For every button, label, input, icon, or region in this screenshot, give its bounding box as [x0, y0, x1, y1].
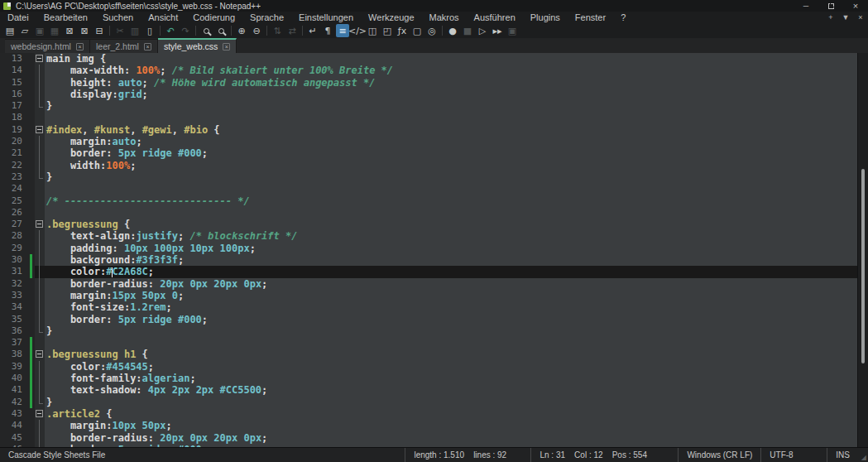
code-line: 39 color:#454545;	[0, 361, 857, 373]
fold-margin	[35, 53, 45, 65]
menu-fenster[interactable]: Fenster	[568, 12, 613, 23]
fold-collapse-icon[interactable]	[36, 55, 43, 62]
code-text: max-width: 100%; /* Bild skaliert unter …	[45, 65, 857, 76]
save-all-icon[interactable]: ▦	[48, 24, 61, 37]
menu-sprache[interactable]: Sprache	[242, 12, 291, 23]
tab-close-icon[interactable]: ×	[144, 43, 151, 51]
line-number: 16	[0, 89, 28, 100]
print-icon[interactable]: ⊟	[93, 24, 106, 37]
minimize-button[interactable]: ─	[794, 0, 818, 12]
change-margin	[28, 290, 35, 301]
tab-leer-2-html[interactable]: leer_2.html×	[90, 39, 158, 53]
menu-einstellungen[interactable]: Einstellungen	[291, 12, 361, 23]
document-switcher-icon[interactable]: ◰	[381, 24, 394, 37]
new-tab-plus-icon[interactable]: +	[823, 13, 838, 22]
indent-guide-icon[interactable]: ≡	[336, 24, 349, 37]
tab-close-icon[interactable]: ×	[76, 43, 84, 51]
tab-list-arrow-icon[interactable]: ▼	[838, 13, 853, 22]
close-tab-icon[interactable]: ×	[853, 13, 868, 22]
notepadpp-window: C:\Users\AG PC\Desktop\sff\seiten\css\st…	[0, 0, 868, 462]
line-number: 44	[0, 420, 28, 431]
macro-save-icon[interactable]: ▣	[506, 24, 519, 37]
status-insert-mode[interactable]: INS	[827, 448, 858, 462]
close-document-icon[interactable]: ⊠	[63, 24, 76, 37]
menu-werkzeuge[interactable]: Werkzeuge	[361, 12, 421, 23]
menu-help[interactable]: ?	[613, 12, 633, 23]
monitor-icon[interactable]: ▢	[410, 24, 424, 37]
change-marker	[28, 397, 35, 408]
close-window-button[interactable]: ×	[843, 0, 868, 12]
restore-button[interactable]	[818, 0, 843, 12]
find-icon[interactable]	[199, 24, 213, 37]
fold-collapse-icon[interactable]	[36, 410, 43, 417]
code-line: 22 width:100%;	[0, 160, 857, 171]
macro-stop-icon[interactable]: ■	[461, 24, 474, 37]
fold-line	[39, 136, 40, 147]
change-margin	[28, 420, 35, 431]
tab-close-icon[interactable]: ×	[223, 43, 230, 51]
close-all-documents-icon[interactable]: ⊠	[78, 24, 91, 37]
change-margin	[28, 183, 35, 195]
tab-label: style_web.css	[164, 41, 218, 51]
save-icon[interactable]: ▣	[33, 24, 46, 37]
open-file-icon[interactable]: ▱	[18, 24, 31, 37]
function-list-icon[interactable]: ƒx	[396, 24, 409, 37]
fold-margin	[35, 384, 45, 396]
function-completion-icon[interactable]: </>	[351, 24, 364, 37]
toolbar-separator	[442, 26, 443, 36]
menu-items: DateiBearbeitenSuchenAnsichtCodierungSpr…	[0, 12, 633, 23]
resize-grip[interactable]: ◢	[858, 448, 868, 462]
copy-icon[interactable]: ▥	[128, 24, 141, 37]
code-line: 25/* ---------------------------- */	[0, 195, 857, 207]
vertical-scrollbar[interactable]	[857, 53, 868, 447]
macro-record-icon[interactable]: ●	[446, 24, 459, 37]
cut-icon[interactable]: ✂	[113, 24, 127, 37]
menu-ausführen[interactable]: Ausführen	[467, 12, 523, 23]
fold-margin	[35, 361, 45, 373]
code-line: 35 border: 5px ridge #000;	[0, 314, 857, 325]
status-encoding[interactable]: UTF-8	[760, 448, 827, 462]
restore-icon	[828, 3, 834, 9]
tab-style-web-css[interactable]: style_web.css×	[158, 38, 237, 53]
change-margin	[28, 112, 35, 123]
zoom-out-icon[interactable]: ⊖	[250, 24, 263, 37]
scrollbar-thumb[interactable]	[861, 169, 865, 363]
undo-icon[interactable]: ↶	[164, 24, 177, 37]
status-eol-format[interactable]: Windows (CR LF)	[678, 448, 760, 462]
macro-play-icon[interactable]: ▷	[476, 24, 489, 37]
code-editor[interactable]: 13main img {14 max-width: 100%; /* Bild …	[0, 53, 868, 447]
fold-margin	[35, 314, 45, 325]
line-number: 22	[0, 160, 28, 171]
macro-run-multiple-icon[interactable]: ▸▸	[491, 24, 504, 37]
line-number: 18	[0, 112, 28, 123]
word-wrap-icon[interactable]: ↵	[306, 24, 319, 37]
toolbar-separator	[109, 26, 110, 36]
sync-vertical-scroll-icon[interactable]: ⇅	[271, 24, 284, 37]
fold-margin	[35, 160, 45, 171]
fold-collapse-icon[interactable]	[36, 126, 43, 133]
menu-makros[interactable]: Makros	[422, 12, 467, 23]
code-text	[45, 337, 857, 349]
tab-webdesign-html[interactable]: webdesign.html×	[5, 39, 90, 53]
menu-datei[interactable]: Datei	[0, 12, 36, 23]
document-map-icon[interactable]: ◫	[366, 24, 379, 37]
menu-suchen[interactable]: Suchen	[95, 12, 141, 23]
show-all-characters-icon[interactable]: ¶	[321, 24, 334, 37]
document-monitor-icon[interactable]: ◎	[425, 24, 439, 37]
menu-bearbeiten[interactable]: Bearbeiten	[36, 12, 95, 23]
fold-line	[39, 65, 40, 76]
menu-codierung[interactable]: Codierung	[185, 12, 242, 23]
line-number: 13	[0, 53, 28, 65]
fold-margin	[35, 290, 45, 301]
paste-icon[interactable]: ▯	[143, 24, 156, 37]
new-file-icon[interactable]: ▤	[3, 24, 17, 37]
sync-horizontal-scroll-icon[interactable]: ⇄	[285, 24, 299, 37]
menu-ansicht[interactable]: Ansicht	[141, 12, 185, 23]
fold-collapse-icon[interactable]	[36, 350, 43, 358]
fold-collapse-icon[interactable]	[36, 220, 43, 228]
redo-icon[interactable]: ↷	[179, 24, 192, 37]
status-cursor-position: Ln : 31 Col : 12 Pos : 554	[530, 448, 678, 462]
menu-plugins[interactable]: Plugins	[523, 12, 568, 23]
replace-icon[interactable]	[214, 24, 228, 37]
zoom-in-icon[interactable]: ⊕	[235, 24, 248, 37]
